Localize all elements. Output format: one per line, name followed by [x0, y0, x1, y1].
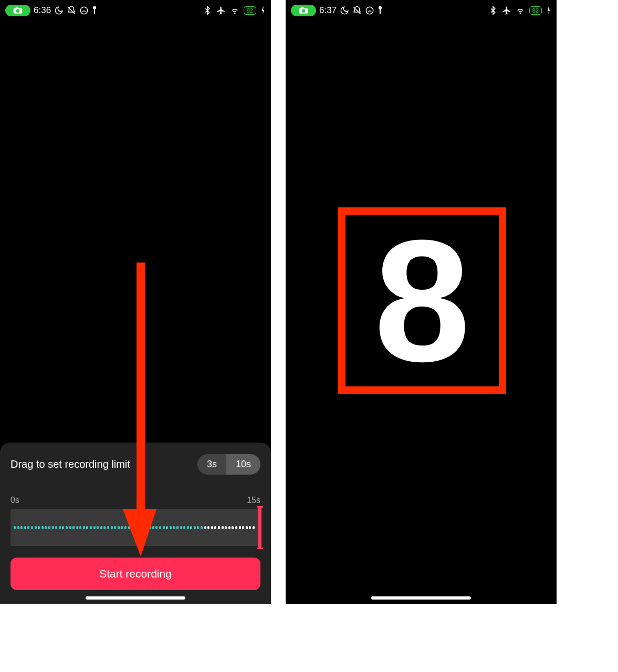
svg-point-4	[93, 6, 96, 9]
timeline-end-label: 15s	[247, 496, 260, 505]
status-right-group: 92	[203, 6, 266, 15]
arrow-annotation	[121, 262, 159, 556]
key-icon	[92, 6, 97, 15]
countdown-annotation-box: 8	[338, 207, 506, 394]
key-icon	[378, 6, 383, 15]
svg-rect-7	[137, 262, 145, 520]
home-bar[interactable]	[86, 596, 185, 600]
chat-icon	[365, 6, 374, 15]
timeline-start-label: 0s	[11, 496, 19, 505]
battery-value: 92	[247, 7, 253, 14]
phone-right: 6:37 92 8	[286, 0, 557, 604]
status-bar-left: 6:36 92	[0, 0, 271, 21]
svg-marker-8	[123, 509, 156, 556]
moon-icon	[54, 6, 64, 15]
svg-point-15	[520, 13, 521, 14]
svg-point-6	[234, 13, 235, 14]
phone-left: 6:36 92 Drag to set recording limit 3s 1…	[0, 0, 271, 604]
svg-rect-11	[301, 7, 304, 8]
camera-pill-icon	[291, 5, 316, 16]
start-recording-button[interactable]: Start recording	[11, 558, 260, 590]
camera-pill-icon	[5, 5, 30, 16]
countdown-number: 8	[374, 214, 470, 387]
toggle-3s[interactable]: 3s	[197, 454, 226, 475]
status-time: 6:36	[34, 5, 51, 16]
slider-handle[interactable]	[258, 507, 261, 548]
airplane-icon	[216, 6, 226, 15]
moon-icon	[340, 6, 349, 15]
bluetooth-icon	[488, 6, 498, 15]
battery-indicator: 92	[529, 6, 542, 15]
toggle-10s[interactable]: 10s	[226, 454, 260, 475]
status-left-group: 6:37	[291, 5, 383, 16]
svg-rect-2	[16, 7, 18, 8]
status-bar-right: 6:37 92	[286, 0, 557, 21]
status-right-group: 92	[488, 6, 551, 15]
bell-off-icon	[352, 6, 362, 15]
countdown-toggle[interactable]: 3s 10s	[197, 454, 260, 475]
home-bar[interactable]	[371, 596, 471, 600]
charge-icon	[260, 6, 266, 15]
battery-value: 92	[532, 7, 539, 14]
sheet-title: Drag to set recording limit	[11, 458, 130, 470]
svg-rect-5	[94, 9, 95, 14]
status-time: 6:37	[319, 5, 337, 16]
battery-indicator: 92	[244, 6, 256, 15]
bell-off-icon	[67, 6, 76, 15]
airplane-icon	[502, 6, 511, 15]
svg-point-10	[302, 9, 306, 13]
bluetooth-icon	[203, 6, 212, 15]
charge-icon	[546, 6, 551, 15]
wifi-icon	[230, 6, 239, 15]
svg-point-1	[16, 9, 20, 13]
svg-point-13	[379, 6, 382, 9]
wifi-icon	[516, 6, 525, 15]
status-left-group: 6:36	[5, 5, 97, 16]
svg-rect-14	[380, 9, 381, 14]
chat-icon	[79, 6, 89, 15]
